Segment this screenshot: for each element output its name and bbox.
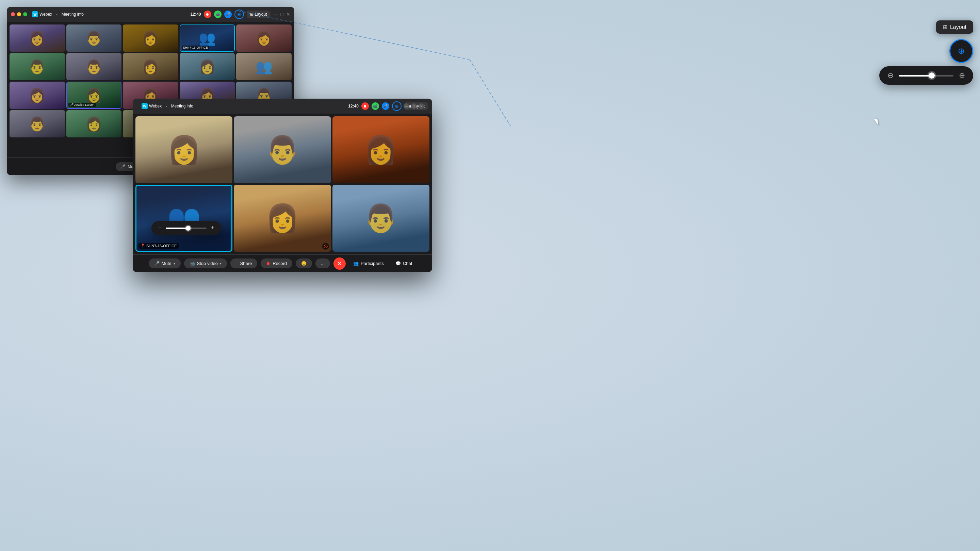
emoji-icon-2: 😊 — [301, 261, 307, 266]
close-btn-1[interactable] — [11, 12, 15, 16]
face-2-2: 👨 — [66, 53, 122, 80]
zoom-popup-inner: − + — [151, 221, 221, 235]
video-cell-2-4[interactable]: 👩 — [180, 53, 235, 80]
zoom-button-1[interactable]: ⊕ — [234, 10, 244, 19]
stop-video-button-2[interactable]: 📹 Stop video ▾ — [184, 259, 227, 268]
person-large-video-5: 👩 — [234, 185, 331, 252]
person-video-1-2: 👨 — [66, 24, 122, 52]
face-2-3: 👩 — [123, 53, 178, 80]
chat-button-2[interactable]: 💬 Chat — [391, 259, 416, 268]
face-large-2: 👨 — [234, 116, 331, 183]
video-cell-4-2[interactable]: 👩 — [66, 110, 122, 137]
emoji-button-2[interactable]: 😊 — [296, 259, 312, 268]
face-1-1: 👩 — [10, 24, 65, 52]
layout-icon-1: ⊞ — [250, 12, 253, 17]
participants-button-2[interactable]: 👥 Participants — [349, 259, 388, 268]
office-icon-2: 📍 — [140, 243, 145, 248]
face-2-1: 👨 — [10, 53, 65, 80]
zoom-button-2[interactable]: ⊕ — [392, 102, 401, 111]
share-button-2[interactable]: ↑ Share — [231, 259, 257, 268]
video-cell-2-3[interactable]: 👩 — [123, 53, 178, 80]
video-cell-2-2[interactable]: 👨 — [66, 53, 122, 80]
video-cell-2-5[interactable]: 👥 — [236, 53, 292, 80]
record-ctrl-1[interactable]: ⏺ — [204, 11, 211, 18]
maximize-btn-1[interactable] — [23, 12, 27, 16]
meeting-info-label-1: Meeting info — [62, 12, 84, 17]
stop-video-chevron-2: ▾ — [220, 262, 221, 265]
video-icon-2: 📹 — [189, 261, 195, 266]
video-cell-2-large-3[interactable]: 👩 — [332, 116, 430, 183]
cell-label-office-2: 📍SHN7-16-OFFICE — [138, 243, 179, 249]
mic-icon-2: 🎤 — [154, 261, 159, 266]
zoom-large-slider[interactable] — [899, 75, 953, 76]
titlebar-controls-1: 12:40 ⏺ 📹 🎤 ⊕ ⊞ Layout — □ ✕ — [191, 10, 290, 19]
layout-button-large[interactable]: ⊞ Layout — [936, 21, 973, 34]
win-minimize-2[interactable]: — — [404, 103, 409, 109]
mic-icon-jessica: 🎤 — [70, 103, 73, 106]
end-call-button-2[interactable]: ✕ — [334, 257, 346, 270]
win-maximize-1[interactable]: □ — [281, 11, 283, 17]
video-cell-4-1[interactable]: 👨 — [10, 110, 65, 137]
video-cell-1-2[interactable]: 👨 — [66, 24, 122, 52]
titlebar-1: W Webex • Meeting info 12:40 ⏺ 📹 🎤 ⊕ ⊞ L… — [7, 7, 294, 22]
person-video-4-2: 👩 — [66, 110, 122, 137]
face-1-2: 👨 — [66, 24, 122, 52]
person-large-video-3: 👩 — [332, 116, 430, 183]
face-large-3: 👩 — [332, 116, 430, 183]
video-cell-1-3[interactable]: 👩 — [123, 24, 178, 52]
share-label-2: Share — [240, 261, 252, 266]
person-video-1-5: 👩 — [236, 24, 292, 52]
chat-label-2: Chat — [403, 261, 412, 266]
person-video-2-5: 👥 — [236, 53, 292, 80]
video-ctrl-2[interactable]: 📹 — [372, 102, 379, 110]
zoom-slider-inner[interactable] — [166, 227, 207, 229]
person-large-video-1: 👩 — [135, 116, 232, 183]
participants-icon-2: 👥 — [353, 261, 359, 266]
person-video-2-1: 👨 — [10, 53, 65, 80]
person-video-2-2: 👨 — [66, 53, 122, 80]
minimize-btn-1[interactable] — [17, 12, 21, 16]
video-cell-3-2[interactable]: 👩 🎤Jessica Larson — [66, 82, 122, 109]
zoom-large-plus-icon[interactable]: ⊕ — [959, 71, 965, 80]
person-large-video-6: 👨 — [332, 185, 430, 252]
time-1: 12:40 — [191, 12, 201, 17]
mute-button-2[interactable]: 🎤 Mute ▾ — [149, 259, 181, 268]
layout-button-1[interactable]: ⊞ Layout — [247, 11, 270, 18]
win-close-1[interactable]: ✕ — [286, 11, 290, 17]
share-icon-2: ↑ — [236, 261, 238, 266]
video-cell-2-1[interactable]: 👨 — [10, 53, 65, 80]
more-button-2[interactable]: ... — [315, 259, 330, 268]
video-cell-2-large-2[interactable]: 👨 — [234, 116, 331, 183]
end-call-icon-2: ✕ — [337, 260, 342, 267]
video-cell-2-large-5[interactable]: 👩 🚫 — [234, 185, 331, 252]
record-button-2[interactable]: ⏺ Record — [261, 259, 292, 268]
audio-ctrl-1[interactable]: 🎤 — [224, 11, 232, 18]
zoom-in-btn-inner[interactable]: + — [211, 224, 215, 232]
webex-icon-1: W — [32, 11, 38, 17]
video-ctrl-1[interactable]: 📹 — [214, 11, 221, 18]
record-ctrl-2[interactable]: ⏺ — [361, 102, 369, 110]
video-cell-2-large-4[interactable]: 👥 📍SHN7-16-OFFICE — [135, 185, 232, 252]
video-cell-3-1[interactable]: 👩 — [10, 82, 65, 109]
webex-name-2: Webex — [149, 104, 162, 108]
zoom-large-minus-icon[interactable]: ⊖ — [888, 71, 894, 80]
win-minimize-1[interactable]: — — [273, 11, 278, 17]
video-cell-1-4[interactable]: 👥 SHN7-16-OFFICE — [180, 24, 235, 52]
video-cell-2-large-6[interactable]: 👨 — [332, 185, 430, 252]
win-close-2[interactable]: ✕ — [418, 103, 424, 109]
video-cell-1-5[interactable]: 👩 — [236, 24, 292, 52]
face-large-1: 👩 — [135, 116, 232, 183]
audio-ctrl-2[interactable]: 🎤 — [382, 102, 389, 110]
titlebar-2: W Webex • Meeting info 12:40 ⏺ 📹 🎤 ⊕ ⊞ L… — [133, 98, 432, 114]
layout-label-1: Layout — [255, 12, 267, 17]
zoom-large-plus-circle[interactable]: ⊕ — [950, 39, 973, 63]
win-maximize-2[interactable]: □ — [411, 103, 417, 109]
svg-line-1 — [469, 60, 511, 126]
muted-icon-5: 🚫 — [322, 243, 329, 250]
video-cell-1-1[interactable]: 👩 — [10, 24, 65, 52]
zoom-out-btn-inner[interactable]: − — [158, 224, 162, 232]
face-3-1: 👩 — [10, 82, 65, 109]
separator-2: • — [166, 105, 167, 108]
video-cell-2-large-1[interactable]: 👩 — [135, 116, 232, 183]
face-4-1: 👨 — [10, 110, 65, 137]
